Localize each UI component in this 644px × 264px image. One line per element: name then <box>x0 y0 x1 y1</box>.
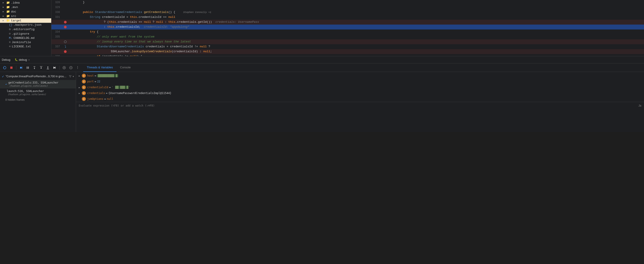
debug-tab-debug[interactable]: 🐛 debug × <box>13 56 32 63</box>
eval-bar: Ja <box>76 102 644 109</box>
breakpoint-icon[interactable] <box>64 26 67 28</box>
tree-label: src <box>11 14 16 18</box>
code-line-339: 339 if (credentials != null) { <box>52 54 644 56</box>
svg-rect-0 <box>10 66 12 69</box>
tree-label: CHANGELOG.md <box>14 36 35 40</box>
eval-expression-input[interactable] <box>79 104 638 107</box>
var-value: null <box>107 97 113 100</box>
tree-arrow: ▶ <box>3 10 5 13</box>
tree-item-changelog[interactable]: M↓ CHANGELOG.md <box>0 36 51 40</box>
tree-label: target <box>11 19 22 22</box>
field-type-icon: f <box>82 79 86 83</box>
stack-frame-getcredentials[interactable]: ↩ getCredentials:333, SSHLauncher (hudso… <box>0 80 76 88</box>
pause-button[interactable] <box>25 65 31 71</box>
tree-arrow: ▶ <box>3 19 5 22</box>
breakpoint-icon[interactable] <box>64 50 67 53</box>
line-content: // lookup every time so that we always h… <box>68 39 644 44</box>
variable-credentialsid[interactable]: ▶ f credentialsId = ' ██ ███ █' <box>76 84 644 90</box>
file-icon: ≡ <box>9 41 11 44</box>
tree-arrow: ▶ <box>3 15 5 17</box>
code-editor: 328 } 329 330 public StandardUsernameCre… <box>52 0 644 56</box>
line-gutter <box>62 54 68 56</box>
var-equals: = <box>106 92 107 95</box>
stack-frame-location: getCredentials:333, SSHLauncher (hudson.… <box>8 81 74 87</box>
code-area: ▶ 📁 .idea ▶ 📁 .mvn ▶ 📁 doc ▶ 📁 src ▶ 📁 t… <box>0 0 644 56</box>
tree-item-jenkinsfile[interactable]: ≡ Jenkinsfile <box>0 40 51 44</box>
stack-frame-location: launch:516, SSHLauncher (hudson.plugins.… <box>7 90 74 96</box>
code-line-331: 331 String credentialsId = this.credenti… <box>52 15 644 20</box>
line-content: // only ever want from the system <box>68 34 644 39</box>
variable-credentials[interactable]: ▶ f credentials = {UsernamePasswordCrede… <box>76 90 644 96</box>
eval-hint-right: Ja <box>638 104 641 107</box>
tree-arrow: ▶ <box>3 1 5 4</box>
disabled-breakpoint-icon[interactable] <box>64 40 67 43</box>
svg-rect-2 <box>22 66 22 69</box>
stack-frame-launch[interactable]: launch:516, SSHLauncher (hudson.plugins.… <box>0 88 76 97</box>
file-tree: ▶ 📁 .idea ▶ 📁 .mvn ▶ 📁 doc ▶ 📁 src ▶ 📁 t… <box>0 0 52 56</box>
var-name: jvmOptions <box>87 97 103 100</box>
line-gutter: ⤵ <box>62 44 68 49</box>
step-into-icon <box>40 66 43 69</box>
variable-host[interactable]: ▶ f host = ██████████ █ <box>76 73 644 79</box>
folder-icon: 📁 <box>6 10 10 13</box>
rerun-button[interactable] <box>2 65 8 71</box>
step-over-icon <box>33 66 36 69</box>
field-type-icon: f <box>82 85 86 89</box>
tree-item-backportrc[interactable]: {} .backportrc.json <box>0 23 51 27</box>
tree-label: .idea <box>11 1 20 4</box>
line-content: String credentialsId = this.credentialsI… <box>68 15 644 20</box>
threads-panel: ✓ "Computer.threadPoolForRemotin...9,700… <box>0 72 76 132</box>
tab-threads-variables[interactable]: Threads & Variables <box>83 63 116 72</box>
tree-item-mvn[interactable]: ▶ 📁 .mvn <box>0 5 51 9</box>
svg-marker-1 <box>20 66 22 69</box>
breakpoint-icon[interactable] <box>64 21 67 23</box>
tree-label: .editorconfig <box>12 28 34 31</box>
tree-item-doc[interactable]: ▶ 📁 doc <box>0 9 51 14</box>
step-over-button[interactable] <box>32 65 37 71</box>
evaluate-expression-button[interactable] <box>61 65 67 71</box>
line-content: } <box>68 0 644 5</box>
var-equals: = <box>94 80 96 83</box>
tree-label: .gitignore <box>12 32 29 35</box>
thread-item-main: ✓ "Computer.threadPoolForRemotin...9,700… <box>0 73 76 80</box>
resume-button[interactable] <box>18 65 24 71</box>
tree-item-idea[interactable]: ▶ 📁 .idea <box>0 0 51 5</box>
code-line-335: 335 // only ever want from the system <box>52 34 644 39</box>
line-number <box>52 49 62 54</box>
debug-tab-bar: Debug 🐛 debug × <box>0 56 644 63</box>
var-value: 22 <box>97 80 100 83</box>
code-line-active: : this.credentialsId; credentialsId: "ap… <box>52 24 644 29</box>
clear-button[interactable] <box>68 65 74 71</box>
line-number: 335 <box>52 34 62 39</box>
tree-item-target[interactable]: ▶ 📁 target <box>0 18 51 23</box>
line-gutter <box>62 29 68 34</box>
line-gutter <box>62 10 68 15</box>
stop-button[interactable] <box>8 65 14 71</box>
thread-filter-button[interactable] <box>68 74 73 79</box>
thread-dropdown-button[interactable]: ▾ <box>73 75 74 78</box>
tree-item-license[interactable]: ≡ LICENSE.txt <box>0 44 51 49</box>
step-out-icon <box>46 66 50 69</box>
step-out-button[interactable] <box>45 65 51 71</box>
run-to-cursor-button[interactable] <box>52 65 58 71</box>
debug-label: Debug <box>2 58 10 61</box>
line-gutter <box>62 5 68 10</box>
more-options-button[interactable]: ⋮ <box>75 65 80 71</box>
code-line-330: 330 public StandardUsernameCredentials g… <box>52 10 644 15</box>
tree-item-gitignore[interactable]: ⊘ .gitignore <box>0 31 51 36</box>
json-icon: {} <box>9 23 12 26</box>
tree-label: doc <box>11 10 16 13</box>
step-into-button[interactable] <box>38 65 44 71</box>
debug-tab-close-button[interactable]: × <box>28 58 30 61</box>
tab-console[interactable]: Console <box>116 63 134 72</box>
line-number: 329 <box>52 5 62 10</box>
tree-item-src[interactable]: ▶ 📁 src <box>0 14 51 18</box>
tree-item-editorconfig[interactable]: ⚙ .editorconfig <box>0 27 51 31</box>
variable-jvmoptions[interactable]: f jvmOptions = null <box>76 96 644 102</box>
code-line-328: 328 } <box>52 0 644 5</box>
code-line-bp1: ? (this.credentials == null ? null : thi… <box>52 20 644 24</box>
svg-rect-4 <box>28 66 29 69</box>
toolbar-divider <box>16 66 16 70</box>
variable-port[interactable]: f port = 22 <box>76 79 644 84</box>
line-content: StandardUsernameCredentials credentials … <box>68 44 644 49</box>
